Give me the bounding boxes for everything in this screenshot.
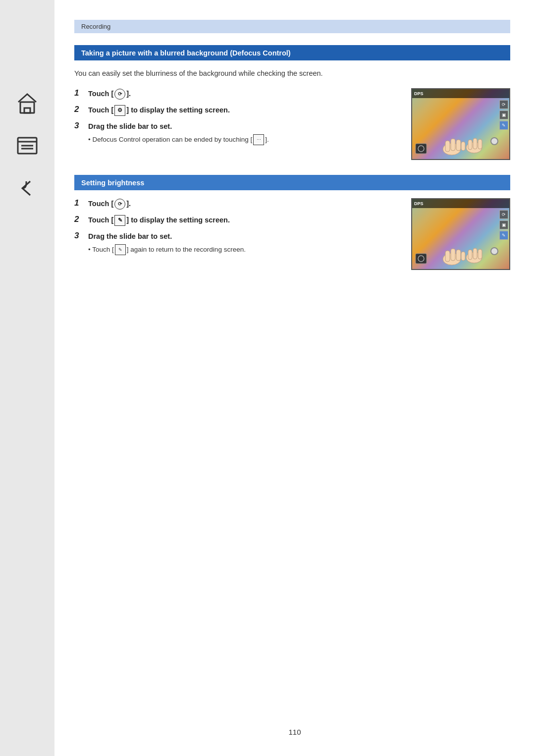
svg-rect-16 <box>478 139 482 149</box>
section1-steps-section: 1 Touch [⟳]. 2 Touch [⚙] to display the … <box>74 88 510 160</box>
svg-rect-26 <box>473 248 477 259</box>
hand-gesture-2 <box>415 232 494 267</box>
cam-icon-2a: ⟳ <box>499 210 508 219</box>
dps-label-1: DPS <box>414 91 424 96</box>
camera-top-bar-1: DPS <box>412 89 509 98</box>
dps-label-2: DPS <box>414 201 424 206</box>
defocus-icon1: ⟳ <box>114 89 125 100</box>
camera-screen-2: DPS ⟳ ▣ ✎ <box>411 198 510 270</box>
section1-step1: 1 Touch [⟳]. <box>74 88 396 100</box>
s2-step2-text: Touch [✎] to display the setting screen. <box>88 215 230 226</box>
step2-text: Touch [⚙] to display the setting screen. <box>88 105 230 116</box>
header-bar: Recording <box>74 20 510 33</box>
svg-rect-1 <box>24 108 30 113</box>
svg-rect-15 <box>473 138 477 149</box>
step2-number: 2 <box>74 105 88 114</box>
s2-step3-sub: Touch [✎] again to return to the recordi… <box>88 244 246 255</box>
s2-step3-number: 3 <box>74 231 88 241</box>
svg-rect-14 <box>468 140 472 150</box>
svg-rect-12 <box>461 142 465 151</box>
section2-steps-list: 1 Touch [⟳]. 2 Touch [✎] to display the … <box>74 198 396 270</box>
s2-step3-content: Drag the slide bar to set. Touch [✎] aga… <box>88 231 246 255</box>
cam-icon-2c: ✎ <box>499 231 508 240</box>
hand-gesture-1 <box>415 122 494 157</box>
cam-icon-1a: ⟳ <box>499 100 508 109</box>
svg-rect-10 <box>451 139 455 151</box>
s2-step1-text: Touch [⟳]. <box>88 198 131 210</box>
svg-rect-11 <box>456 140 461 151</box>
svg-rect-25 <box>468 250 472 260</box>
step3-content: Drag the slide bar to set. Defocus Contr… <box>88 121 269 145</box>
main-content: Recording Taking a picture with a blurre… <box>54 0 535 756</box>
camera-right-icons-1: ⟳ ▣ ✎ <box>499 100 508 130</box>
defocus-icon2: ⟳ <box>114 199 125 210</box>
section2-step2: 2 Touch [✎] to display the setting scree… <box>74 215 396 226</box>
camera-screen-1: DPS ⟳ ▣ ✎ <box>411 88 510 160</box>
section1-steps-list: 1 Touch [⟳]. 2 Touch [⚙] to display the … <box>74 88 396 160</box>
camera-top-bar-2: DPS <box>412 199 509 208</box>
end-icon1: ⋯ <box>253 134 264 145</box>
svg-rect-9 <box>445 141 450 152</box>
section1-step2: 2 Touch [⚙] to display the setting scree… <box>74 105 396 116</box>
cam-circle-button-2 <box>490 247 498 255</box>
svg-rect-22 <box>456 250 461 261</box>
s2-step2-number: 2 <box>74 215 88 224</box>
page-number: 110 <box>288 728 301 736</box>
breadcrumb-text: Recording <box>81 23 110 30</box>
svg-rect-21 <box>451 249 455 261</box>
section1-title-bar: Taking a picture with a blurred backgrou… <box>74 45 510 60</box>
svg-rect-17 <box>416 254 427 264</box>
intro-text: You can easily set the blurriness of the… <box>74 68 510 79</box>
end-icon2: ✎ <box>115 244 126 255</box>
cam-icon-2b: ▣ <box>499 220 508 229</box>
step3-sub: Defocus Control operation can be ended b… <box>88 134 269 145</box>
section1-step3: 3 Drag the slide bar to set. Defocus Con… <box>74 121 396 145</box>
section2-title: Setting brightness <box>81 179 144 187</box>
home-icon[interactable] <box>13 89 41 117</box>
svg-rect-27 <box>478 249 482 259</box>
cam-icon-1c: ✎ <box>499 121 508 130</box>
section2-title-bar: Setting brightness <box>74 175 510 190</box>
cam-circle-button-1 <box>490 137 498 145</box>
s2-step1-number: 1 <box>74 198 88 208</box>
svg-rect-20 <box>445 251 450 262</box>
svg-rect-6 <box>416 144 427 154</box>
camera-right-icons-2: ⟳ ▣ ✎ <box>499 210 508 240</box>
cam-icon-1b: ▣ <box>499 110 508 119</box>
section1-title: Taking a picture with a blurred backgrou… <box>81 49 291 57</box>
back-icon[interactable] <box>13 174 41 202</box>
brightness-icon1: ✎ <box>114 215 125 226</box>
step3-number: 3 <box>74 121 88 131</box>
sidebar <box>0 0 54 756</box>
step1-text: Touch [⟳]. <box>88 88 131 100</box>
section2-step3: 3 Drag the slide bar to set. Touch [✎] a… <box>74 231 396 255</box>
s2-step3-text: Drag the slide bar to set. <box>88 231 246 242</box>
svg-rect-23 <box>461 252 465 261</box>
settings-icon1: ⚙ <box>114 105 125 116</box>
section2-step1: 1 Touch [⟳]. <box>74 198 396 210</box>
step3-text: Drag the slide bar to set. <box>88 121 269 132</box>
step1-number: 1 <box>74 88 88 98</box>
section2-steps-section: 1 Touch [⟳]. 2 Touch [✎] to display the … <box>74 198 510 270</box>
menu-icon[interactable] <box>13 132 41 160</box>
